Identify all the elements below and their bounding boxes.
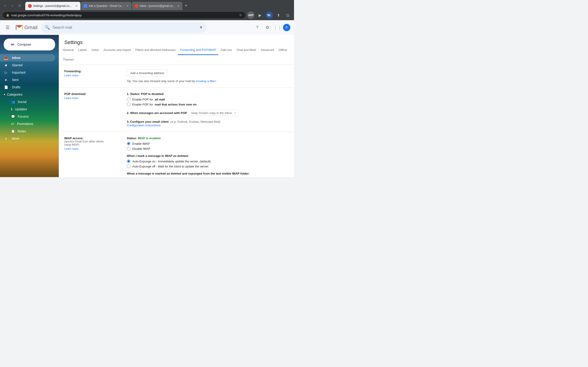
when-accessed-select[interactable]: keep Gmail's copy in the Inbox	[189, 110, 239, 116]
sidebar-item-starred[interactable]: ★ Starred	[0, 61, 55, 69]
sidebar-item-social[interactable]: 👥 Social	[0, 98, 55, 106]
more-icon: ∨	[4, 137, 8, 140]
tab-overview-button[interactable]: ⊡	[17, 2, 23, 9]
imap-status-row: Status: IMAP is enabled	[127, 136, 288, 140]
pop-label-col: POP download: Learn more	[64, 92, 120, 127]
imap-options: Enable IMAP Disable IMAP	[127, 142, 288, 150]
tab-1-close[interactable]: ✕	[75, 4, 78, 8]
categories-section: ▾ Categories	[0, 91, 59, 98]
sidebar-item-more[interactable]: ∨ More	[0, 135, 55, 142]
tab-filters[interactable]: Filters and Blocked Addresses	[133, 45, 178, 55]
imap-learn-more[interactable]: Learn more	[64, 147, 120, 150]
auto-expunge-on-label: Auto-Expunge on - Immediately update the…	[132, 160, 211, 163]
tab-3[interactable]: Inbox - punono2@gmail.com - Gmail ✕	[132, 2, 182, 10]
important-label: Important	[12, 71, 26, 74]
tab-3-close[interactable]: ✕	[177, 4, 180, 8]
ext-w[interactable]: W.	[266, 11, 273, 19]
configure-label: 3. Configure your email client	[127, 120, 169, 123]
refresh-icon[interactable]: ↻	[239, 13, 242, 17]
compose-button[interactable]: Compose	[4, 39, 55, 50]
pop-options: Enable POP for all mail Enable POP for m…	[127, 98, 288, 106]
creating-filter-link[interactable]: creating a filter!	[196, 79, 216, 83]
address-bar-row: 🔒 mail.google.com/mail/u/0/?hl=en#settin…	[0, 10, 294, 20]
tab-accounts[interactable]: Accounts and Import	[101, 45, 133, 55]
tab-inbox[interactable]: Inbox	[89, 45, 101, 55]
sidebar-item-promotions[interactable]: 🏷 Promotions	[0, 120, 55, 127]
tab-general[interactable]: General	[61, 45, 76, 55]
back-button[interactable]: ‹	[2, 2, 8, 9]
ext-play[interactable]: ▶	[256, 11, 264, 19]
tab-1[interactable]: Settings - punono2@gmail.com - Gmail ✕	[25, 2, 80, 10]
tab-1-title: Settings - punono2@gmail.com - Gmail	[33, 4, 74, 8]
header-actions: ? ⚙ ⋮⋮ P	[253, 23, 290, 32]
pop-now-radio[interactable]	[127, 102, 130, 106]
tab-themes[interactable]: Themes	[61, 55, 76, 65]
compose-label: Compose	[17, 43, 31, 46]
tab-addons[interactable]: Add-ons	[218, 45, 234, 55]
tab-2[interactable]: Ask a Question - Gmail Community ✕	[81, 2, 131, 10]
inbox-label: Inbox	[12, 56, 20, 60]
new-tab-button[interactable]: +	[183, 2, 189, 9]
config-instructions-link[interactable]: Configuration instructions	[127, 124, 161, 127]
important-icon: ▷	[4, 71, 8, 74]
sidebar-item-updates[interactable]: ℹ Updates	[0, 106, 55, 113]
search-dropdown-icon[interactable]: ▼	[199, 25, 203, 30]
tab-advanced[interactable]: Advanced	[258, 45, 276, 55]
gmail-body: Compose 📥 Inbox ★ Starred ▷ Important ➤ …	[0, 35, 294, 177]
sidebar-item-notes[interactable]: 📋 Notes	[0, 127, 55, 135]
pop-learn-more[interactable]: Learn more	[64, 97, 120, 100]
sidebar-item-forums[interactable]: 💬 Forums	[0, 113, 55, 120]
forward-button[interactable]: ›	[9, 2, 16, 9]
ext-abp[interactable]: ABP	[247, 11, 254, 19]
social-icon: 👥	[11, 100, 15, 104]
tab-chat[interactable]: Chat and Meet	[234, 45, 258, 55]
search-input[interactable]	[52, 25, 196, 30]
avatar[interactable]: P	[283, 24, 290, 31]
categories-collapse-icon[interactable]: ▾	[4, 93, 5, 96]
help-button[interactable]: ?	[253, 23, 262, 32]
auto-expunge-off-option[interactable]: Auto-Expunge off - Wait for the client t…	[127, 165, 288, 168]
add-forwarding-button[interactable]: Add a forwarding address	[127, 69, 168, 77]
when-expunged-section: When a message is marked as deleted and …	[127, 172, 288, 177]
apps-button[interactable]: ⋮⋮	[273, 23, 282, 32]
tab-labels[interactable]: Labels	[76, 45, 89, 55]
auto-expunge-on-option[interactable]: Auto-Expunge on - Immediately update the…	[127, 159, 288, 163]
sidebar-item-important[interactable]: ▷ Important	[0, 69, 55, 76]
enable-imap-radio[interactable]	[127, 142, 130, 145]
sidebar-item-inbox[interactable]: 📥 Inbox	[0, 54, 55, 61]
disable-imap-option[interactable]: Disable IMAP	[127, 147, 288, 150]
forwarding-learn-more[interactable]: Learn more	[64, 74, 120, 77]
disable-imap-radio[interactable]	[127, 147, 130, 150]
tab-1-favicon	[28, 4, 32, 8]
pop-content: 1. Status: POP is disabled Enable POP fo…	[127, 92, 288, 127]
forums-icon: 💬	[11, 115, 15, 118]
settings-button[interactable]: ⚙	[263, 23, 272, 32]
enable-imap-option[interactable]: Enable IMAP	[127, 142, 288, 145]
forums-label: Forums	[18, 115, 28, 118]
auto-expunge-off-radio[interactable]	[127, 165, 130, 168]
tab-offline[interactable]: Offline	[276, 45, 289, 55]
sidebar-item-sent[interactable]: ➤ Sent	[0, 76, 55, 83]
tab-forwarding[interactable]: Forwarding and POP/IMAP	[178, 45, 218, 55]
gmail-header: ☰ Gmail 🔍 ▼ ? ⚙ ⋮⋮ P	[0, 20, 294, 35]
search-icon: 🔍	[45, 25, 50, 30]
auto-expunge-off-label: Auto-Expunge off - Wait for the client t…	[132, 165, 209, 168]
sidebar-item-drafts[interactable]: 📄 Drafts	[0, 83, 55, 91]
gmail-logo: Gmail	[15, 23, 37, 32]
pop-all-mail-option[interactable]: Enable POP for all mail	[127, 98, 288, 101]
pop-all-radio[interactable]	[127, 98, 130, 101]
sidebar-content: Compose 📥 Inbox ★ Starred ▷ Important ➤ …	[0, 35, 59, 144]
sent-icon: ➤	[4, 78, 8, 82]
menu-button[interactable]: ☰	[4, 23, 11, 32]
tab-2-close[interactable]: ✕	[126, 4, 129, 8]
share-button[interactable]: ⬆	[275, 11, 282, 19]
pop-all-label-prefix: Enable POP for	[132, 98, 153, 101]
gmail-search-bar[interactable]: 🔍 ▼	[41, 22, 207, 33]
imap-status-value: IMAP is enabled	[138, 136, 161, 140]
address-bar[interactable]: 🔒 mail.google.com/mail/u/0/?hl=en#settin…	[3, 12, 245, 18]
forwarding-label-col: Forwarding: Learn more	[64, 69, 120, 83]
auto-expunge-on-radio[interactable]	[127, 159, 130, 163]
pop-now-option[interactable]: Enable POP for mail that arrives from no…	[127, 102, 288, 106]
imap-content: Status: IMAP is enabled Enable IMAP Disa…	[127, 136, 288, 177]
window-button[interactable]: ⊡	[284, 11, 291, 19]
